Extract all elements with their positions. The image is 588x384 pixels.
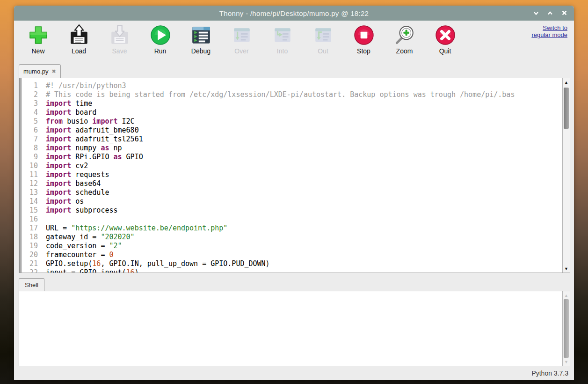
scroll-down-icon[interactable]: ▼ xyxy=(563,358,570,365)
code-line-5[interactable]: 5from busio import I2C xyxy=(22,117,562,126)
toolbar-label-zoom: Zoom xyxy=(396,47,413,55)
line-code: import subprocess xyxy=(38,206,118,215)
toolbar-button-new[interactable]: New xyxy=(18,24,58,63)
line-number: 12 xyxy=(22,179,38,188)
toolbar-button-debug[interactable]: Debug xyxy=(181,24,221,63)
line-code: import RPi.GPIO as GPIO xyxy=(38,153,143,162)
line-code: import adafruit_bme680 xyxy=(38,126,139,135)
maximize-button[interactable] xyxy=(545,8,555,18)
code-line-16[interactable]: 16 xyxy=(22,215,562,224)
line-number: 2 xyxy=(22,90,38,99)
tab-shell[interactable]: Shell xyxy=(19,278,44,291)
desktop-background: Thonny - /home/pi/Desktop/mumo.py @ 18:2… xyxy=(0,0,588,384)
code-line-7[interactable]: 7import adafruit_tsl2561 xyxy=(22,135,562,144)
interpreter-version: Python 3.7.3 xyxy=(531,369,568,377)
line-number: 8 xyxy=(22,144,38,153)
line-number: 9 xyxy=(22,153,38,162)
line-number: 15 xyxy=(22,206,38,215)
shell-output[interactable] xyxy=(19,291,562,366)
line-code: #! /usr/bin/python3 xyxy=(38,81,126,90)
toolbar-button-quit[interactable]: Quit xyxy=(425,24,465,63)
line-code: import time xyxy=(38,99,92,108)
minimize-button[interactable] xyxy=(531,8,541,18)
step-out-icon xyxy=(312,24,334,46)
line-number: 4 xyxy=(22,108,38,117)
scroll-up-icon[interactable]: ▲ xyxy=(563,292,570,299)
code-line-9[interactable]: 9import RPi.GPIO as GPIO xyxy=(22,153,562,162)
code-line-2[interactable]: 2# This code is being started from /etc/… xyxy=(22,90,562,99)
toolbar-button-into[interactable]: Into xyxy=(262,24,303,63)
line-code: import schedule xyxy=(38,188,109,197)
line-code: # This code is being started from /etc/x… xyxy=(38,90,515,99)
code-line-14[interactable]: 14import os xyxy=(22,197,562,206)
code-area[interactable]: 1#! /usr/bin/python32# This code is bein… xyxy=(22,78,562,273)
toolbar-button-zoom[interactable]: Zoom xyxy=(384,24,425,63)
code-line-17[interactable]: 17URL = "https://www.website.be/endpoint… xyxy=(22,224,562,233)
code-line-10[interactable]: 10import cv2 xyxy=(22,162,562,170)
shell-panel[interactable]: ▲ ▼ xyxy=(19,291,570,366)
stop-icon xyxy=(353,24,375,46)
switch-mode-link[interactable]: Switch to regular mode xyxy=(529,24,567,38)
tab-close-icon[interactable]: ✖ xyxy=(51,69,56,74)
code-line-1[interactable]: 1#! /usr/bin/python3 xyxy=(22,81,562,90)
scroll-down-icon[interactable]: ▼ xyxy=(563,265,570,272)
line-number: 16 xyxy=(22,215,38,224)
editor-scrollbar-thumb[interactable] xyxy=(564,88,569,129)
code-line-19[interactable]: 19code_version = "2" xyxy=(22,242,562,251)
toolbar-button-run[interactable]: Run xyxy=(140,24,181,63)
code-line-13[interactable]: 13import schedule xyxy=(22,188,562,197)
line-number: 3 xyxy=(22,99,38,108)
zoom-icon xyxy=(394,24,415,46)
code-line-22[interactable]: 22input = GPIO.input(16) xyxy=(22,268,562,273)
line-number: 22 xyxy=(22,268,38,273)
line-number: 14 xyxy=(22,197,38,206)
toolbar-button-load[interactable]: Load xyxy=(58,24,99,63)
window-controls xyxy=(531,6,569,21)
line-number: 5 xyxy=(22,117,38,126)
code-line-11[interactable]: 11import requests xyxy=(22,170,562,179)
line-number: 17 xyxy=(22,224,38,233)
toolbar-label-out: Out xyxy=(318,47,328,55)
code-line-4[interactable]: 4import board xyxy=(22,108,562,117)
code-line-18[interactable]: 18gateway_id = "202020" xyxy=(22,233,562,242)
line-code: import os xyxy=(38,197,84,206)
line-code: gateway_id = "202020" xyxy=(38,233,135,242)
code-line-8[interactable]: 8import numpy as np xyxy=(22,144,562,153)
shell-scrollbar[interactable]: ▲ ▼ xyxy=(562,291,570,366)
toolbar-label-new: New xyxy=(31,47,44,55)
toolbar-button-stop[interactable]: Stop xyxy=(343,24,384,63)
line-number: 6 xyxy=(22,126,38,135)
line-code: from busio import I2C xyxy=(38,117,135,126)
quit-icon xyxy=(435,24,456,46)
line-number: 7 xyxy=(22,135,38,144)
close-icon xyxy=(562,9,567,17)
line-number: 18 xyxy=(22,233,38,242)
code-line-6[interactable]: 6import adafruit_bme680 xyxy=(22,126,562,135)
line-code: input = GPIO.input(16) xyxy=(38,268,139,273)
toolbar-button-out[interactable]: Out xyxy=(303,24,343,63)
line-code: URL = "https://www.website.be/endpoint.p… xyxy=(38,224,227,233)
shell-scrollbar-thumb[interactable] xyxy=(564,299,569,358)
code-line-15[interactable]: 15import subprocess xyxy=(22,206,562,215)
line-code: code_version = "2" xyxy=(38,242,122,251)
toolbar-button-over[interactable]: Over xyxy=(221,24,262,63)
code-line-3[interactable]: 3import time xyxy=(22,99,562,108)
new-file-icon xyxy=(28,24,49,46)
code-line-20[interactable]: 20framecounter = 0 xyxy=(22,251,562,259)
code-line-12[interactable]: 12import base64 xyxy=(22,179,562,188)
titlebar[interactable]: Thonny - /home/pi/Desktop/mumo.py @ 18:2… xyxy=(14,6,574,21)
window-title: Thonny - /home/pi/Desktop/mumo.py @ 18:2… xyxy=(219,9,369,17)
line-number: 13 xyxy=(22,188,38,197)
code-editor[interactable]: 1#! /usr/bin/python32# This code is bein… xyxy=(19,78,570,273)
tab-label: mumo.py xyxy=(23,68,48,75)
shell-tab-bar: Shell xyxy=(19,278,44,291)
code-line-21[interactable]: 21GPIO.setup(16, GPIO.IN, pull_up_down =… xyxy=(22,259,562,268)
toolbar-label-into: Into xyxy=(277,47,288,55)
line-number: 11 xyxy=(22,170,38,179)
close-button[interactable] xyxy=(559,8,569,18)
toolbar-button-save[interactable]: Save xyxy=(99,24,140,63)
status-bar: Python 3.7.3 xyxy=(14,366,574,380)
editor-scrollbar[interactable]: ▲ ▼ xyxy=(562,78,570,273)
tab-mumo-py[interactable]: mumo.py ✖ xyxy=(19,64,61,78)
scroll-up-icon[interactable]: ▲ xyxy=(563,79,570,86)
